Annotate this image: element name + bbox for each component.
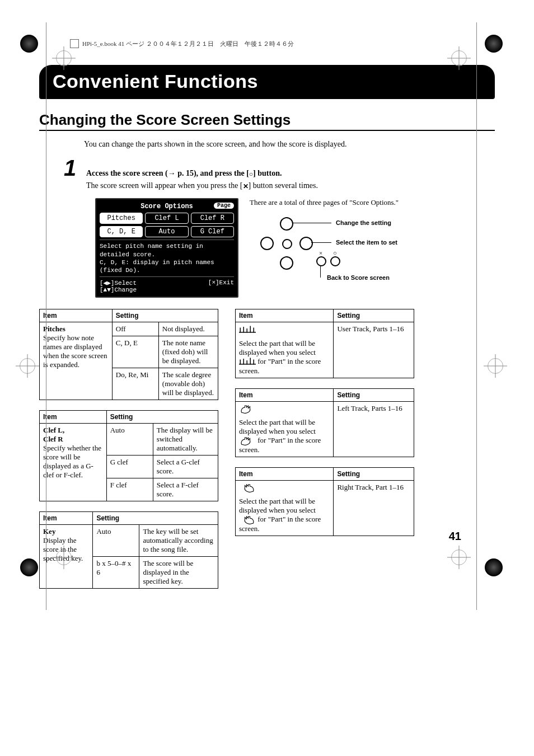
chapter-title: Convenient Functions <box>53 71 481 92</box>
crop-line-left <box>46 22 46 610</box>
item-cell: Select the part that will be displayed w… <box>236 322 334 378</box>
th-item: Item <box>236 388 334 401</box>
screenshot-foot-left: [◀▶]Select [▲▼]Change <box>100 279 137 293</box>
leader-line <box>320 265 321 278</box>
item-cell: PitchesSpecify how note names are displa… <box>40 322 113 400</box>
section-title: Changing the Score Screen Settings <box>39 111 495 129</box>
section-underline <box>39 130 495 131</box>
arrow-glyph: → <box>168 169 176 177</box>
leader-line <box>311 242 331 243</box>
th-setting: Setting <box>334 388 414 401</box>
print-disc-tr <box>485 35 503 53</box>
nav-label-select: Select the item to set <box>336 239 397 246</box>
item-title: Clef L, Clef R <box>43 426 103 444</box>
opt-cell: Clef L <box>145 213 188 224</box>
step-sub-a: The score screen will appear when you pr… <box>86 181 243 190</box>
item-desc: Select the part that will be displayed w… <box>239 418 330 454</box>
setting-desc: Not displayed. <box>158 322 218 336</box>
opt-cell: C, D, E <box>100 226 143 237</box>
th-item: Item <box>40 309 113 322</box>
hand-left-icon <box>239 405 256 414</box>
hand-right-icon <box>239 483 256 492</box>
score-options-screenshot: Score Options Page Pitches Clef L Clef R… <box>95 198 238 298</box>
book-icon <box>70 39 79 48</box>
item-desc: Specify how note names are displayed whe… <box>43 334 109 369</box>
music-icon <box>239 358 256 367</box>
nav-down-icon <box>280 256 293 270</box>
step-text-a: Access the score screen ( <box>86 169 168 177</box>
print-disc-bl <box>20 558 38 576</box>
hand-right-icon <box>239 515 256 524</box>
setting-desc: The display will be switched automatical… <box>153 424 218 456</box>
th-setting: Setting <box>93 512 218 525</box>
step-sub-b: ] button several times. <box>249 181 318 190</box>
setting-desc: Select a G-clef score. <box>153 456 218 478</box>
registration-mark <box>488 358 503 374</box>
item-cell: Select the part that will be displayed w… <box>236 401 334 457</box>
setting-desc: Select a F-clef score. <box>153 478 218 501</box>
setting-value: Left Track, Parts 1–16 <box>334 401 414 457</box>
settings-table: ItemSettingSelect the part that will be … <box>235 467 414 536</box>
music-icon <box>239 326 256 335</box>
th-item: Item <box>236 467 334 480</box>
step-subtext: The score screen will appear when you pr… <box>86 181 495 190</box>
setting-name: C, D, E <box>112 336 158 368</box>
registration-mark <box>451 50 467 66</box>
registration-mark <box>20 358 35 374</box>
item-desc: Select the part that will be displayed w… <box>239 497 330 533</box>
item-title: Pitches <box>43 325 109 334</box>
setting-desc: The key will be set automatically accord… <box>139 525 218 557</box>
th-setting: Setting <box>334 467 414 480</box>
setting-name: Auto <box>93 525 139 557</box>
screenshot-title: Score Options <box>140 203 193 210</box>
pages-note: There are a total of three pages of "Sco… <box>250 198 495 207</box>
nav-label-change: Change the setting <box>336 219 391 226</box>
page-number: 41 <box>449 530 461 543</box>
setting-desc: The note name (fixed doh) will be displa… <box>158 336 218 368</box>
setting-name: G clef <box>106 456 153 478</box>
item-title: Key <box>43 527 89 536</box>
intro-text: You can change the parts shown in the sc… <box>84 139 495 150</box>
print-meta-text: HPi-5_e.book 41 ページ ２００４年１２月２１日 火曜日 午後１２… <box>82 40 294 48</box>
nav-right-icon <box>299 237 313 250</box>
setting-name: Auto <box>106 424 153 456</box>
item-cell: Select the part that will be displayed w… <box>236 480 334 536</box>
opt-cell: Clef R <box>191 213 234 224</box>
settings-table: ItemSettingSelect the part that will be … <box>235 309 414 378</box>
setting-value: User Track, Parts 1–16 <box>334 322 414 378</box>
registration-mark <box>56 50 72 66</box>
item-cell: Clef L, Clef RSpecify whether the score … <box>40 424 107 501</box>
nav-up-icon <box>280 217 293 231</box>
th-setting: Setting <box>106 411 218 424</box>
step-number: 1 <box>62 158 78 178</box>
nav-label-back: Back to Score screen <box>327 274 390 281</box>
step-instruction: Access the score screen (→ p. 15), and p… <box>86 169 282 178</box>
th-item: Item <box>40 411 107 424</box>
setting-name: Do, Re, Mi <box>112 368 158 400</box>
settings-table: ItemSettingClef L, Clef RSpecify whether… <box>39 410 218 501</box>
settings-table: ItemSettingSelect the part that will be … <box>235 388 414 457</box>
leader-line <box>292 223 331 223</box>
opt-cell: Auto <box>145 226 188 237</box>
crop-line-right <box>476 22 477 610</box>
screenshot-msg: Select pitch name setting in detailed sc… <box>100 242 234 274</box>
print-disc-tl <box>20 35 38 53</box>
step-text-b: p. 15), and press the [ <box>176 169 249 177</box>
th-setting: Setting <box>112 309 218 322</box>
step-1: 1 Access the score screen (→ p. 15), and… <box>62 158 495 178</box>
settings-table: ItemSettingPitchesSpecify how note names… <box>39 309 218 400</box>
print-disc-br <box>485 558 503 576</box>
setting-desc: The scale degree (movable doh) will be d… <box>158 368 218 400</box>
setting-name: F clef <box>106 478 153 501</box>
opt-cell: Pitches <box>100 213 143 224</box>
nav-left-icon <box>260 237 274 250</box>
th-item: Item <box>236 309 334 322</box>
setting-name: Off <box>112 322 158 336</box>
chapter-banner: Convenient Functions <box>39 65 495 99</box>
print-meta-header: HPi-5_e.book 41 ページ ２００４年１２月２１日 火曜日 午後１２… <box>70 39 495 48</box>
th-item: Item <box>40 512 93 525</box>
hand-left-icon <box>239 436 256 445</box>
item-desc: Specify whether the score will be displa… <box>43 444 103 480</box>
screenshot-foot-right: [×]Exit <box>208 279 234 293</box>
item-desc: Select the part that will be displayed w… <box>239 339 330 375</box>
